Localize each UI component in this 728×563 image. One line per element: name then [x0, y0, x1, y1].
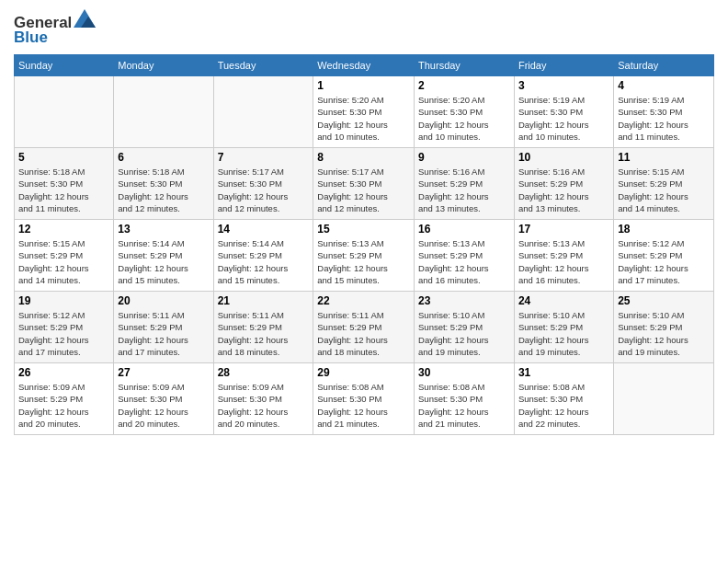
- weekday-header-sunday: Sunday: [15, 55, 114, 76]
- day-info: Sunrise: 5:13 AM Sunset: 5:29 PM Dayligh…: [418, 237, 510, 286]
- day-info: Sunrise: 5:15 AM Sunset: 5:29 PM Dayligh…: [18, 237, 109, 286]
- day-info: Sunrise: 5:13 AM Sunset: 5:29 PM Dayligh…: [317, 237, 410, 286]
- day-number: 10: [518, 151, 609, 164]
- day-number: 21: [218, 294, 310, 307]
- header: General Blue: [14, 9, 714, 47]
- calendar-cell: 1Sunrise: 5:20 AM Sunset: 5:30 PM Daylig…: [313, 76, 415, 148]
- day-info: Sunrise: 5:09 AM Sunset: 5:29 PM Dayligh…: [18, 381, 109, 430]
- day-info: Sunrise: 5:13 AM Sunset: 5:29 PM Dayligh…: [518, 237, 609, 286]
- calendar-cell: [15, 76, 114, 148]
- day-number: 29: [317, 366, 410, 379]
- calendar-cell: 5Sunrise: 5:18 AM Sunset: 5:30 PM Daylig…: [15, 148, 114, 220]
- day-info: Sunrise: 5:08 AM Sunset: 5:30 PM Dayligh…: [317, 381, 410, 430]
- weekday-header-saturday: Saturday: [614, 55, 714, 76]
- logo-text: General Blue: [14, 9, 96, 47]
- week-row-5: 26Sunrise: 5:09 AM Sunset: 5:29 PM Dayli…: [15, 363, 714, 435]
- day-number: 8: [317, 151, 410, 164]
- week-row-4: 19Sunrise: 5:12 AM Sunset: 5:29 PM Dayli…: [15, 292, 714, 363]
- calendar-cell: 7Sunrise: 5:17 AM Sunset: 5:30 PM Daylig…: [213, 148, 313, 220]
- calendar-cell: 21Sunrise: 5:11 AM Sunset: 5:29 PM Dayli…: [213, 292, 313, 363]
- day-number: 25: [618, 294, 710, 307]
- weekday-header-friday: Friday: [514, 55, 613, 76]
- day-info: Sunrise: 5:18 AM Sunset: 5:30 PM Dayligh…: [118, 166, 209, 214]
- day-info: Sunrise: 5:18 AM Sunset: 5:30 PM Dayligh…: [18, 166, 109, 214]
- day-info: Sunrise: 5:20 AM Sunset: 5:30 PM Dayligh…: [317, 94, 410, 143]
- day-number: 5: [18, 151, 109, 164]
- calendar-cell: 18Sunrise: 5:12 AM Sunset: 5:29 PM Dayli…: [614, 220, 714, 292]
- day-number: 7: [218, 151, 310, 164]
- day-info: Sunrise: 5:15 AM Sunset: 5:29 PM Dayligh…: [618, 166, 710, 214]
- day-info: Sunrise: 5:09 AM Sunset: 5:30 PM Dayligh…: [218, 381, 310, 430]
- calendar-body: 1Sunrise: 5:20 AM Sunset: 5:30 PM Daylig…: [15, 76, 714, 435]
- day-number: 26: [18, 366, 109, 379]
- day-info: Sunrise: 5:08 AM Sunset: 5:30 PM Dayligh…: [418, 381, 510, 430]
- day-info: Sunrise: 5:12 AM Sunset: 5:29 PM Dayligh…: [618, 237, 710, 286]
- day-number: 11: [618, 151, 710, 164]
- calendar-cell: 3Sunrise: 5:19 AM Sunset: 5:30 PM Daylig…: [514, 76, 613, 148]
- day-info: Sunrise: 5:17 AM Sunset: 5:30 PM Dayligh…: [317, 166, 410, 214]
- day-info: Sunrise: 5:09 AM Sunset: 5:30 PM Dayligh…: [118, 381, 209, 430]
- calendar-cell: 22Sunrise: 5:11 AM Sunset: 5:29 PM Dayli…: [313, 292, 415, 363]
- day-number: 15: [317, 223, 410, 236]
- calendar-cell: 29Sunrise: 5:08 AM Sunset: 5:30 PM Dayli…: [313, 363, 415, 435]
- day-number: 2: [418, 79, 510, 92]
- calendar-cell: [614, 363, 714, 435]
- day-number: 1: [317, 79, 410, 92]
- calendar-table: SundayMondayTuesdayWednesdayThursdayFrid…: [14, 54, 714, 435]
- day-number: 23: [418, 294, 510, 307]
- day-info: Sunrise: 5:11 AM Sunset: 5:29 PM Dayligh…: [218, 309, 310, 358]
- calendar-cell: 11Sunrise: 5:15 AM Sunset: 5:29 PM Dayli…: [614, 148, 714, 220]
- logo-icon: [74, 9, 96, 28]
- calendar-cell: 20Sunrise: 5:11 AM Sunset: 5:29 PM Dayli…: [114, 292, 213, 363]
- day-info: Sunrise: 5:11 AM Sunset: 5:29 PM Dayligh…: [317, 309, 410, 358]
- day-number: 13: [118, 223, 209, 236]
- day-number: 22: [317, 294, 410, 307]
- day-info: Sunrise: 5:08 AM Sunset: 5:30 PM Dayligh…: [518, 381, 609, 430]
- calendar-cell: 23Sunrise: 5:10 AM Sunset: 5:29 PM Dayli…: [415, 292, 515, 363]
- day-info: Sunrise: 5:10 AM Sunset: 5:29 PM Dayligh…: [418, 309, 510, 358]
- day-number: 4: [618, 79, 710, 92]
- calendar-cell: 8Sunrise: 5:17 AM Sunset: 5:30 PM Daylig…: [313, 148, 415, 220]
- calendar-cell: 27Sunrise: 5:09 AM Sunset: 5:30 PM Dayli…: [114, 363, 213, 435]
- calendar-cell: 9Sunrise: 5:16 AM Sunset: 5:29 PM Daylig…: [415, 148, 515, 220]
- calendar-cell: 15Sunrise: 5:13 AM Sunset: 5:29 PM Dayli…: [313, 220, 415, 292]
- calendar-cell: 12Sunrise: 5:15 AM Sunset: 5:29 PM Dayli…: [15, 220, 114, 292]
- calendar-cell: 28Sunrise: 5:09 AM Sunset: 5:30 PM Dayli…: [213, 363, 313, 435]
- day-info: Sunrise: 5:14 AM Sunset: 5:29 PM Dayligh…: [218, 237, 310, 286]
- calendar-cell: 30Sunrise: 5:08 AM Sunset: 5:30 PM Dayli…: [415, 363, 515, 435]
- day-number: 9: [418, 151, 510, 164]
- day-number: 16: [418, 223, 510, 236]
- day-number: 28: [218, 366, 310, 379]
- day-number: 19: [18, 294, 109, 307]
- day-info: Sunrise: 5:16 AM Sunset: 5:29 PM Dayligh…: [518, 166, 609, 214]
- calendar-cell: 25Sunrise: 5:10 AM Sunset: 5:29 PM Dayli…: [614, 292, 714, 363]
- calendar-cell: 26Sunrise: 5:09 AM Sunset: 5:29 PM Dayli…: [15, 363, 114, 435]
- day-number: 30: [418, 366, 510, 379]
- day-number: 17: [518, 223, 609, 236]
- day-number: 14: [218, 223, 310, 236]
- calendar-cell: [114, 76, 213, 148]
- day-info: Sunrise: 5:20 AM Sunset: 5:30 PM Dayligh…: [418, 94, 510, 143]
- weekday-header-monday: Monday: [114, 55, 213, 76]
- calendar-cell: 13Sunrise: 5:14 AM Sunset: 5:29 PM Dayli…: [114, 220, 213, 292]
- weekday-header-row: SundayMondayTuesdayWednesdayThursdayFrid…: [15, 55, 714, 76]
- day-info: Sunrise: 5:10 AM Sunset: 5:29 PM Dayligh…: [618, 309, 710, 358]
- page-container: General Blue SundayMondayTuesdayWednesda…: [0, 0, 728, 444]
- day-info: Sunrise: 5:19 AM Sunset: 5:30 PM Dayligh…: [518, 94, 609, 143]
- calendar-header: SundayMondayTuesdayWednesdayThursdayFrid…: [15, 55, 714, 76]
- day-number: 6: [118, 151, 209, 164]
- calendar-cell: 31Sunrise: 5:08 AM Sunset: 5:30 PM Dayli…: [514, 363, 613, 435]
- week-row-3: 12Sunrise: 5:15 AM Sunset: 5:29 PM Dayli…: [15, 220, 714, 292]
- calendar-cell: 10Sunrise: 5:16 AM Sunset: 5:29 PM Dayli…: [514, 148, 613, 220]
- day-info: Sunrise: 5:10 AM Sunset: 5:29 PM Dayligh…: [518, 309, 609, 358]
- day-number: 24: [518, 294, 609, 307]
- calendar-cell: 6Sunrise: 5:18 AM Sunset: 5:30 PM Daylig…: [114, 148, 213, 220]
- day-info: Sunrise: 5:14 AM Sunset: 5:29 PM Dayligh…: [118, 237, 209, 286]
- weekday-header-tuesday: Tuesday: [213, 55, 313, 76]
- weekday-header-thursday: Thursday: [415, 55, 515, 76]
- calendar-cell: 24Sunrise: 5:10 AM Sunset: 5:29 PM Dayli…: [514, 292, 613, 363]
- day-info: Sunrise: 5:19 AM Sunset: 5:30 PM Dayligh…: [618, 94, 710, 143]
- calendar-cell: [213, 76, 313, 148]
- day-info: Sunrise: 5:16 AM Sunset: 5:29 PM Dayligh…: [418, 166, 510, 214]
- calendar-cell: 2Sunrise: 5:20 AM Sunset: 5:30 PM Daylig…: [415, 76, 515, 148]
